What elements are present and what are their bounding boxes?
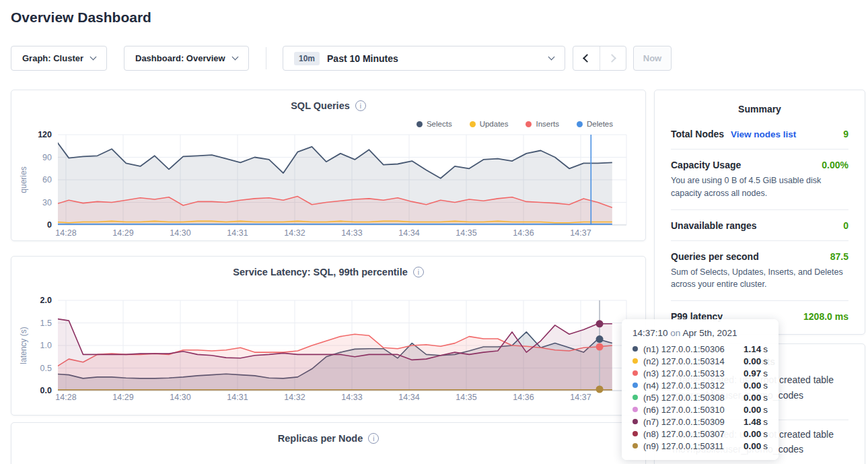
tooltip-connector: on: [670, 328, 680, 338]
overview-dashboard-page: Overview Dashboard Graph: Cluster Dashbo…: [0, 0, 868, 464]
chevron-down-icon: [231, 54, 238, 61]
svg-text:14:35: 14:35: [456, 228, 476, 238]
tooltip-node-address: (n8) 127.0.0.1:50307: [643, 429, 738, 439]
tooltip-node-unit: s: [763, 441, 768, 451]
qps-value: 87.5: [830, 251, 848, 262]
unavailable-ranges-label: Unavailable ranges: [671, 220, 757, 231]
chevron-right-icon: [608, 54, 616, 63]
chevron-left-icon: [583, 54, 591, 63]
dashboard-selector-dropdown[interactable]: Dashboard: Overview: [124, 46, 249, 71]
tooltip-node-address: (n4) 127.0.0.1:50312: [643, 380, 738, 391]
chevron-down-icon: [548, 54, 555, 61]
tooltip-node-address: (n5) 127.0.0.1:50308: [643, 393, 738, 403]
view-nodes-list-link[interactable]: View nodes list: [731, 129, 796, 139]
tooltip-node-row: (n5) 127.0.0.1:503080.00s: [632, 391, 768, 403]
svg-text:14:32: 14:32: [284, 393, 305, 402]
tooltip-node-address: (n3) 127.0.0.1:50313: [643, 368, 738, 378]
service-latency-chart[interactable]: 0.00.51.01.52.014:2814:2914:3014:3114:32…: [11, 257, 645, 415]
tooltip-node-unit: s: [763, 344, 768, 354]
svg-text:90: 90: [42, 153, 52, 162]
info-icon[interactable]: i: [368, 433, 379, 444]
svg-text:queries: queries: [19, 166, 28, 193]
sql-queries-panel: SQL Queries i SelectsUpdatesInsertsDelet…: [11, 90, 646, 241]
svg-text:14:28: 14:28: [55, 228, 76, 238]
time-step-controls: [573, 46, 626, 71]
node-color-dot-icon: [632, 358, 638, 364]
service-latency-panel: Service Latency: SQL, 99th percentile i …: [11, 256, 646, 416]
svg-text:14:33: 14:33: [341, 228, 362, 238]
tooltip-node-unit: s: [763, 380, 768, 391]
page-title: Overview Dashboard: [11, 9, 151, 26]
sql-queries-chart[interactable]: 030609012014:2814:2914:3014:3114:3214:33…: [11, 90, 645, 240]
replicas-per-node-panel: Replicas per Node i: [11, 422, 646, 464]
graph-selector-label: Graph: Cluster: [22, 53, 83, 63]
tooltip-time: 14:37:10: [632, 328, 668, 338]
svg-text:60: 60: [42, 175, 52, 185]
tooltip-node-unit: s: [763, 368, 768, 378]
tooltip-node-row: (n4) 127.0.0.1:503120.00s: [632, 379, 768, 391]
tooltip-node-address: (n2) 127.0.0.1:50314: [643, 356, 738, 366]
tooltip-node-value: 0.00s: [744, 356, 768, 366]
svg-text:14:28: 14:28: [55, 393, 76, 402]
svg-text:0.5: 0.5: [40, 364, 52, 373]
chart-title-text: Replicas per Node: [278, 433, 363, 444]
svg-text:latency (s): latency (s): [19, 327, 28, 364]
svg-text:14:31: 14:31: [227, 393, 248, 402]
tooltip-node-row: (n9) 127.0.0.1:503110.00s: [632, 440, 768, 452]
node-color-dot-icon: [632, 419, 638, 424]
svg-text:14:30: 14:30: [170, 228, 190, 238]
chart-hover-tooltip: 14:37:10 on Apr 5th, 2021 (n1) 127.0.0.1…: [622, 319, 779, 460]
svg-text:14:34: 14:34: [398, 393, 419, 402]
svg-text:2.0: 2.0: [40, 296, 52, 305]
tooltip-node-address: (n6) 127.0.0.1:50310: [643, 405, 738, 415]
svg-text:14:37: 14:37: [570, 228, 591, 238]
summary-total-nodes: Total Nodes View nodes list 9: [671, 119, 848, 149]
svg-text:14:29: 14:29: [112, 393, 133, 402]
time-range-label: Past 10 Minutes: [327, 53, 398, 64]
chevron-down-icon: [90, 54, 97, 61]
svg-text:14:35: 14:35: [456, 393, 476, 402]
node-color-dot-icon: [632, 407, 638, 412]
tooltip-node-row: (n1) 127.0.0.1:503061.14s: [632, 343, 768, 355]
tooltip-node-row: (n2) 127.0.0.1:503140.00s: [632, 355, 768, 367]
p99-latency-value: 1208.0 ms: [803, 311, 848, 322]
tooltip-node-unit: s: [763, 356, 768, 366]
tooltip-node-value: 0.00s: [744, 380, 768, 391]
tooltip-node-value: 1.14s: [744, 344, 768, 354]
tooltip-node-value: 1.48s: [744, 417, 768, 427]
svg-text:14:34: 14:34: [398, 228, 419, 238]
graph-selector-dropdown[interactable]: Graph: Cluster: [11, 46, 107, 71]
svg-text:0: 0: [47, 220, 52, 230]
replicas-per-node-title: Replicas per Node i: [11, 433, 645, 444]
svg-text:14:36: 14:36: [513, 393, 534, 402]
summary-qps: Queries per second 87.5 Sum of Selects, …: [671, 240, 848, 301]
tooltip-node-unit: s: [763, 405, 768, 415]
svg-text:1.5: 1.5: [40, 319, 52, 328]
summary-capacity: Capacity Usage 0.00% You are using 0 B o…: [671, 149, 848, 209]
now-button[interactable]: Now: [633, 46, 672, 71]
time-range-dropdown[interactable]: 10m Past 10 Minutes: [283, 46, 565, 71]
tooltip-date: Apr 5th, 2021: [682, 328, 737, 338]
tooltip-node-row: (n6) 127.0.0.1:503100.00s: [632, 403, 768, 416]
tooltip-timestamp: 14:37:10 on Apr 5th, 2021: [632, 328, 768, 338]
svg-text:14:36: 14:36: [513, 228, 534, 238]
svg-text:30: 30: [42, 198, 52, 207]
total-nodes-label: Total Nodes: [671, 129, 724, 139]
svg-text:14:29: 14:29: [112, 228, 133, 238]
qps-description: Sum of Selects, Updates, Inserts, and De…: [671, 266, 848, 292]
summary-title: Summary: [671, 90, 848, 119]
now-button-label: Now: [643, 53, 661, 63]
tooltip-node-value: 0.00s: [744, 429, 768, 439]
tooltip-node-row: (n7) 127.0.0.1:503091.48s: [632, 416, 768, 428]
svg-text:0.0: 0.0: [40, 386, 52, 395]
capacity-usage-value: 0.00%: [822, 160, 848, 170]
time-step-back-button[interactable]: [573, 46, 600, 70]
svg-text:14:30: 14:30: [170, 393, 190, 402]
node-color-dot-icon: [632, 370, 638, 376]
dashboard-selector-label: Dashboard: Overview: [135, 53, 225, 63]
time-step-forward-button[interactable]: [600, 46, 626, 70]
qps-label: Queries per second: [671, 251, 759, 262]
node-color-dot-icon: [632, 346, 638, 352]
toolbar-divider: [266, 47, 266, 69]
tooltip-node-address: (n9) 127.0.0.1:50311: [643, 441, 738, 451]
